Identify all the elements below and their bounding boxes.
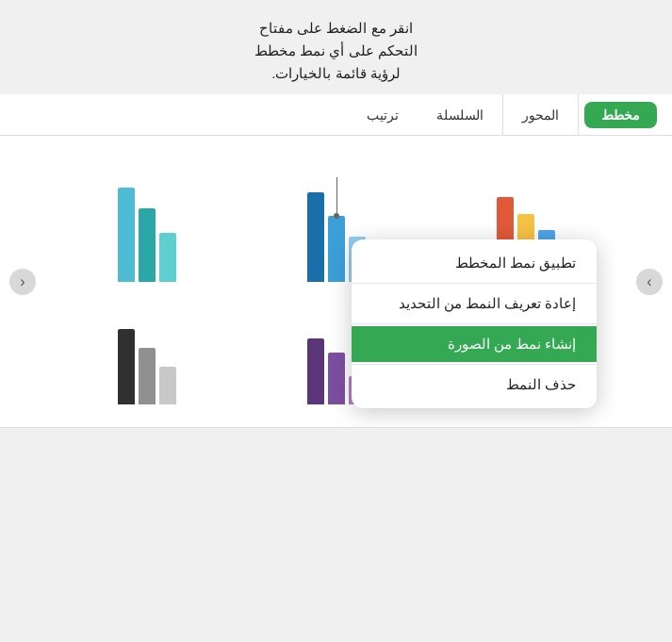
chart-6[interactable] — [118, 329, 176, 404]
menu-create[interactable]: إنشاء نمط من الصورة — [352, 326, 597, 362]
tab-series[interactable]: السلسلة — [418, 94, 503, 135]
connector-dot — [334, 213, 339, 219]
prev-chart-button[interactable]: ‹ — [9, 269, 36, 295]
tab-axis[interactable]: المحور — [503, 94, 579, 135]
instruction-text: انقر مع الضغط على مفتاح التحكم على أي نم… — [0, 0, 672, 94]
chart-3[interactable] — [118, 188, 176, 282]
next-chart-button[interactable]: › — [636, 269, 663, 295]
tab-arrange[interactable]: ترتيب — [348, 94, 418, 135]
tab-chart[interactable]: مخطط — [584, 102, 657, 128]
tab-bar: مخطط المحور السلسلة ترتيب — [0, 94, 672, 136]
menu-divider-2 — [352, 323, 597, 324]
context-menu: تطبيق نمط المخطط إعادة تعريف النمط من ال… — [352, 239, 597, 408]
menu-divider-3 — [352, 364, 597, 365]
menu-delete[interactable]: حذف النمط — [352, 367, 597, 403]
chart-area: ‹ › — [0, 136, 672, 428]
menu-redefine[interactable]: إعادة تعريف النمط من التحديد — [352, 286, 597, 321]
connector-line — [336, 177, 337, 215]
menu-apply[interactable]: تطبيق نمط المخطط — [352, 245, 597, 281]
menu-divider-1 — [352, 283, 597, 284]
